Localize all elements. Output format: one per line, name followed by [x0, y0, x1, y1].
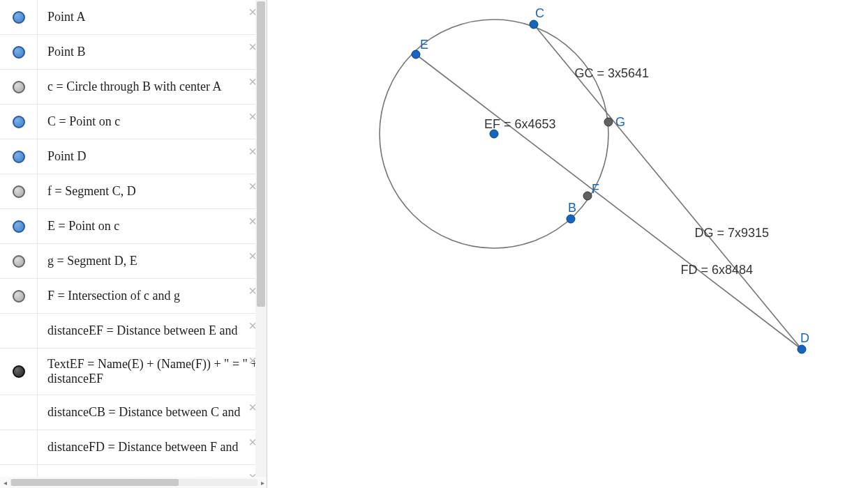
measure-DG: DG = 7x9315	[695, 226, 770, 240]
point-D[interactable]	[798, 345, 806, 353]
algebra-row[interactable]: E = Point on c×	[0, 209, 267, 244]
visibility-dot-icon[interactable]	[13, 255, 25, 268]
visibility-toggle[interactable]	[0, 244, 38, 278]
measure-GC: GC = 3x5641	[575, 66, 650, 80]
definition-text[interactable]: Point D	[38, 141, 267, 172]
algebra-row[interactable]: Point B×	[0, 35, 267, 70]
visibility-dot-icon[interactable]	[13, 185, 25, 198]
label-B: B	[568, 201, 576, 215]
algebra-row[interactable]: Point D×	[0, 139, 267, 174]
visibility-dot-icon[interactable]	[13, 116, 25, 128]
algebra-row[interactable]: C = Point on c×	[0, 105, 267, 139]
definition-text[interactable]: TextEF = Name(E) + (Name(F)) + " = " + d…	[38, 349, 267, 395]
definition-text[interactable]: g = Segment D, E	[38, 245, 267, 277]
visibility-toggle[interactable]	[0, 0, 38, 34]
algebra-panel: Point A×Point B×c = Circle through B wit…	[0, 0, 267, 488]
measure-FD: FD = 6x8484	[681, 263, 754, 277]
label-C: C	[535, 6, 544, 20]
hscroll-thumb[interactable]	[11, 479, 179, 486]
point-G[interactable]	[604, 118, 613, 126]
visibility-dot-icon[interactable]	[13, 365, 25, 378]
visibility-toggle[interactable]	[0, 314, 38, 348]
visibility-toggle[interactable]	[0, 35, 38, 69]
graphics-view[interactable]: BCDEFGEF = 6x4653GC = 3x5641DG = 7x9315F…	[267, 0, 868, 488]
algebra-row[interactable]: c = Circle through B with center A×	[0, 70, 267, 105]
algebra-vertical-scrollbar[interactable]	[255, 0, 267, 488]
algebra-row[interactable]: Point A×	[0, 0, 267, 35]
point-B[interactable]	[567, 215, 575, 223]
definition-text[interactable]: C = Point on c	[38, 106, 267, 137]
label-E: E	[420, 38, 428, 52]
definition-text[interactable]: E = Point on c	[38, 211, 267, 242]
definition-text[interactable]: distanceCB = Distance between C and	[38, 397, 267, 428]
graphics-svg[interactable]: BCDEFGEF = 6x4653GC = 3x5641DG = 7x9315F…	[267, 0, 868, 488]
point-C[interactable]	[530, 20, 538, 29]
definition-text[interactable]: Point A	[38, 1, 267, 33]
hscroll-track[interactable]	[10, 479, 257, 486]
algebra-row[interactable]: distanceEF = Distance between E and×	[0, 314, 267, 349]
visibility-toggle[interactable]	[0, 349, 38, 395]
app-root: Point A×Point B×c = Circle through B wit…	[0, 0, 868, 488]
visibility-dot-icon[interactable]	[13, 81, 25, 93]
visibility-toggle[interactable]	[0, 139, 38, 174]
label-G: G	[615, 115, 625, 129]
definition-text[interactable]: c = Circle through B with center A	[38, 71, 267, 102]
visibility-toggle[interactable]	[0, 105, 38, 139]
visibility-dot-icon[interactable]	[13, 46, 25, 59]
algebra-row[interactable]: distanceCB = Distance between C and×	[0, 395, 267, 430]
visibility-toggle[interactable]	[0, 209, 38, 243]
visibility-dot-icon[interactable]	[13, 151, 25, 163]
visibility-toggle[interactable]	[0, 279, 38, 313]
algebra-row[interactable]: distanceFD = Distance between F and×	[0, 430, 267, 465]
algebra-vertical-scrollbar-thumb[interactable]	[257, 1, 265, 307]
visibility-toggle[interactable]	[0, 430, 38, 464]
visibility-dot-icon[interactable]	[13, 290, 25, 303]
hscroll-right-button[interactable]: ▸	[257, 478, 267, 487]
point-A[interactable]	[490, 130, 498, 138]
definition-text[interactable]: Point B	[38, 36, 267, 68]
label-F: F	[592, 182, 599, 196]
algebra-row[interactable]: F = Intersection of c and g×	[0, 279, 267, 314]
definition-text[interactable]: distanceEF = Distance between E and	[38, 315, 267, 346]
measure-EF: EF = 6x4653	[484, 117, 556, 131]
visibility-toggle[interactable]	[0, 174, 38, 208]
algebra-row[interactable]: f = Segment C, D×	[0, 174, 267, 209]
visibility-dot-icon[interactable]	[13, 220, 25, 233]
point-E[interactable]	[412, 50, 420, 59]
definition-text[interactable]: distanceFD = Distance between F and	[38, 432, 267, 463]
visibility-toggle[interactable]	[0, 70, 38, 104]
label-D: D	[800, 331, 809, 345]
segment-g[interactable]	[416, 54, 802, 349]
visibility-toggle[interactable]	[0, 395, 38, 429]
visibility-dot-icon[interactable]	[13, 11, 25, 24]
point-F[interactable]	[583, 192, 592, 200]
algebra-row[interactable]: TextEF = Name(E) + (Name(F)) + " = " + d…	[0, 349, 267, 395]
hscroll-left-button[interactable]: ◂	[0, 478, 10, 487]
definition-text[interactable]: F = Intersection of c and g	[38, 280, 267, 312]
algebra-list[interactable]: Point A×Point B×c = Circle through B wit…	[0, 0, 267, 488]
algebra-row[interactable]: g = Segment D, E×	[0, 244, 267, 279]
algebra-horizontal-scrollbar[interactable]: ◂ ▸	[0, 477, 267, 488]
definition-text[interactable]: f = Segment C, D	[38, 176, 267, 207]
